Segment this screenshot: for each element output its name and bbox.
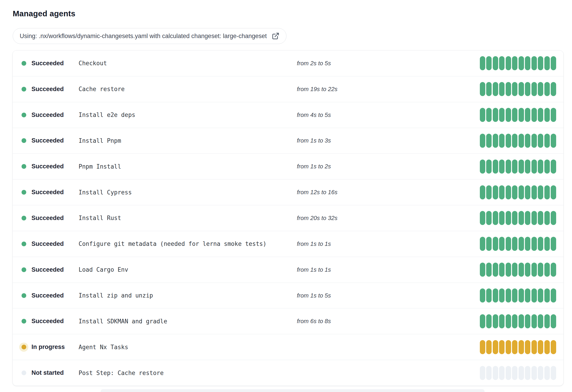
status-dot-wrap xyxy=(21,368,32,378)
duration-bar-segment xyxy=(486,56,492,70)
workflow-config-badge[interactable]: Using: .nx/workflows/dynamic-changesets.… xyxy=(13,28,286,44)
status-dot-icon xyxy=(21,267,26,272)
status-label: Succeeded xyxy=(32,266,64,273)
agent-step-row[interactable]: Succeeded Install Pnpm from 1s to 3s xyxy=(13,128,563,154)
status-label: Succeeded xyxy=(32,163,64,170)
duration-bar-segment xyxy=(544,134,550,148)
agent-duration-bars[interactable] xyxy=(480,211,556,225)
agent-step-row[interactable]: Succeeded Install e2e deps from 4s to 5s xyxy=(13,102,563,128)
status-dot-icon xyxy=(21,345,26,349)
status-cell: Not started xyxy=(21,368,79,378)
duration-bar-segment xyxy=(486,314,492,328)
duration-bar-segment xyxy=(486,211,492,225)
duration-bar-segment xyxy=(519,288,524,303)
duration-bar-segment xyxy=(519,108,524,122)
duration-bar-segment xyxy=(544,108,550,122)
duration-bar-segment xyxy=(493,211,498,225)
agent-step-row[interactable]: In progress Agent Nx Tasks xyxy=(13,334,563,360)
duration-bar-segment xyxy=(531,108,537,122)
status-dot-icon xyxy=(21,371,26,375)
agent-duration-bars[interactable] xyxy=(480,288,556,303)
duration-bar-segment xyxy=(512,160,517,174)
agent-duration-bars[interactable] xyxy=(480,340,556,354)
duration-bar-segment xyxy=(512,108,517,122)
duration-bar-segment xyxy=(493,108,498,122)
duration-bar-segment xyxy=(480,134,485,148)
duration-bar-segment xyxy=(544,366,550,380)
agent-duration-bars[interactable] xyxy=(480,314,556,328)
duration-bar-segment xyxy=(486,160,492,174)
duration-bar-segment xyxy=(493,263,498,277)
duration-bar-segment xyxy=(506,56,511,70)
agent-duration-bars[interactable] xyxy=(480,134,556,148)
status-dot-icon xyxy=(21,319,26,324)
agent-step-row[interactable]: Succeeded Install Rust from 20s to 32s xyxy=(13,205,563,231)
duration-bar-segment xyxy=(551,237,556,251)
status-label: Succeeded xyxy=(32,60,64,67)
duration-bar-segment xyxy=(512,185,517,199)
status-cell: Succeeded xyxy=(21,187,79,197)
duration-bar-segment xyxy=(538,185,543,199)
duration-bar-segment xyxy=(544,56,550,70)
duration-bar-segment xyxy=(538,160,543,174)
step-duration-range: from 2s to 5s xyxy=(297,60,480,67)
duration-bar-segment xyxy=(480,108,485,122)
duration-bar-segment xyxy=(551,340,556,354)
agent-step-row[interactable]: Succeeded Checkout from 2s to 5s xyxy=(13,50,563,76)
status-dot-wrap xyxy=(21,58,32,68)
agent-duration-bars[interactable] xyxy=(480,56,556,70)
status-dot-icon xyxy=(21,61,26,66)
status-dot-icon xyxy=(21,293,26,298)
duration-bar-segment xyxy=(480,366,485,380)
status-dot-wrap xyxy=(21,265,32,275)
duration-bar-segment xyxy=(506,160,511,174)
agent-step-row[interactable]: Not started Post Step: Cache restore xyxy=(13,360,563,386)
duration-bar-segment xyxy=(551,263,556,277)
duration-bar-segment xyxy=(525,263,530,277)
step-duration-range: from 4s to 5s xyxy=(297,112,480,118)
duration-bar-segment xyxy=(525,237,530,251)
duration-bar-segment xyxy=(531,160,537,174)
agent-duration-bars[interactable] xyxy=(480,263,556,277)
agent-step-row[interactable]: Succeeded Install Cypress from 12s to 16… xyxy=(13,179,563,205)
agent-duration-bars[interactable] xyxy=(480,160,556,174)
status-cell: Succeeded xyxy=(21,136,79,146)
agent-step-row[interactable]: Succeeded Load Cargo Env from 1s to 1s xyxy=(13,257,563,283)
workflow-config-label: Using: .nx/workflows/dynamic-changesets.… xyxy=(20,33,267,40)
duration-bar-segment xyxy=(480,160,485,174)
duration-bar-segment xyxy=(512,340,517,354)
step-duration-range: from 6s to 8s xyxy=(297,318,480,325)
duration-bar-segment xyxy=(480,263,485,277)
duration-bar-segment xyxy=(480,237,485,251)
status-cell: Succeeded xyxy=(21,162,79,172)
status-cell: Succeeded xyxy=(21,291,79,300)
agent-step-row[interactable]: Succeeded Install SDKMAN and gradle from… xyxy=(13,308,563,334)
duration-bar-segment xyxy=(493,185,498,199)
duration-bar-segment xyxy=(493,160,498,174)
duration-bar-segment xyxy=(519,366,524,380)
agent-step-row[interactable]: Succeeded Configure git metadata (needed… xyxy=(13,231,563,257)
status-cell: In progress xyxy=(21,342,79,352)
duration-bar-segment xyxy=(486,366,492,380)
agent-duration-bars[interactable] xyxy=(480,82,556,96)
agent-duration-bars[interactable] xyxy=(480,366,556,380)
duration-bar-segment xyxy=(493,314,498,328)
duration-bar-segment xyxy=(531,185,537,199)
status-dot-icon xyxy=(21,242,26,246)
status-label: Succeeded xyxy=(32,137,64,144)
agent-step-row[interactable]: Succeeded Install zip and unzip from 1s … xyxy=(13,283,563,308)
duration-bar-segment xyxy=(493,340,498,354)
duration-bar-segment xyxy=(531,82,537,96)
agent-duration-bars[interactable] xyxy=(480,237,556,251)
duration-bar-segment xyxy=(506,185,511,199)
agent-duration-bars[interactable] xyxy=(480,108,556,122)
agent-step-row[interactable]: Succeeded Cache restore from 19s to 22s xyxy=(13,76,563,102)
duration-bar-segment xyxy=(525,211,530,225)
duration-bar-segment xyxy=(551,288,556,303)
duration-bar-segment xyxy=(525,82,530,96)
step-name: Agent Nx Tasks xyxy=(79,344,297,351)
agent-duration-bars[interactable] xyxy=(480,185,556,199)
duration-bar-segment xyxy=(480,56,485,70)
agent-step-row[interactable]: Succeeded Pnpm Install from 1s to 2s xyxy=(13,153,563,179)
duration-bar-segment xyxy=(538,82,543,96)
